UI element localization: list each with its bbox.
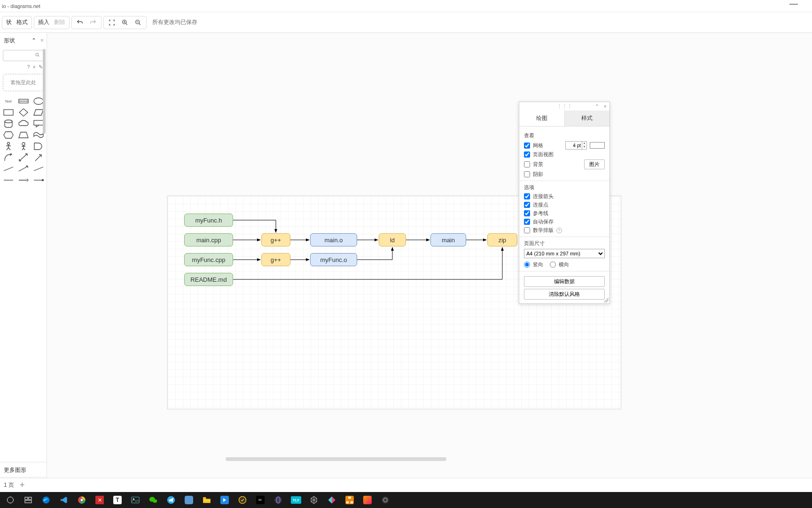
node-gpp-1[interactable]: g++	[261, 233, 290, 246]
search-input[interactable]	[6, 53, 34, 58]
help-icon[interactable]: ?	[556, 228, 562, 233]
shape-connector-1[interactable]	[2, 176, 15, 184]
taskbar-photos-icon[interactable]	[128, 493, 143, 507]
undo-button[interactable]	[76, 18, 84, 27]
add-icon[interactable]: +	[33, 64, 36, 70]
task-view-button[interactable]	[21, 493, 36, 507]
taskbar-app-4-icon[interactable]	[360, 493, 375, 507]
shape-hexagon[interactable]	[2, 131, 15, 139]
node-zip[interactable]: zip	[487, 233, 517, 246]
taskbar-opera-icon[interactable]	[271, 493, 286, 507]
background-checkbox[interactable]	[524, 161, 530, 167]
shape-rect[interactable]	[2, 108, 15, 117]
insert-button[interactable]: 插入	[38, 18, 49, 26]
format-button[interactable]: 格式	[16, 18, 28, 26]
close-icon[interactable]: ×	[604, 103, 607, 109]
redo-button[interactable]	[89, 18, 97, 27]
taskbar-telegram-icon[interactable]	[164, 493, 179, 507]
node-main-cpp[interactable]: main.cpp	[184, 233, 233, 246]
node-myfunc-o[interactable]: myFunc.o	[310, 253, 357, 266]
node-myfunc-h[interactable]: myFunc.h	[184, 214, 233, 227]
fit-screen-button[interactable]	[108, 18, 116, 27]
shape-text[interactable]: Text	[2, 97, 15, 105]
shadow-checkbox[interactable]	[524, 171, 530, 177]
taskbar-unity-icon[interactable]	[306, 493, 321, 507]
chevron-up-icon[interactable]: ⌃	[595, 103, 599, 110]
help-icon[interactable]: ?	[27, 64, 30, 70]
shape-connector-3[interactable]	[32, 176, 45, 184]
shape-line-arrow[interactable]	[17, 165, 30, 173]
pageview-checkbox[interactable]	[524, 151, 530, 158]
shape-double-arrow[interactable]	[17, 153, 30, 162]
shape-line-plain[interactable]	[32, 165, 45, 173]
tab-draw[interactable]: 绘图	[519, 111, 564, 126]
edit-icon[interactable]: ✎	[39, 64, 43, 70]
shape-trapezoid[interactable]	[17, 131, 30, 139]
conn-points-checkbox[interactable]	[524, 202, 530, 208]
taskbar-typora-icon[interactable]: T	[110, 493, 125, 507]
shape-person[interactable]	[17, 142, 30, 151]
format-panel-header[interactable]: ⋮⋮⋮ ⌃ ×	[519, 102, 609, 111]
taskbar-app-red-icon[interactable]: ✕	[92, 493, 107, 507]
shape-connector-2[interactable]	[17, 176, 30, 184]
resize-handle[interactable]	[604, 298, 609, 302]
taskbar-wechat-icon[interactable]	[146, 493, 161, 507]
shape-diamond[interactable]	[17, 108, 30, 117]
close-icon[interactable]: ×	[40, 37, 44, 44]
zoom-out-button[interactable]	[134, 18, 142, 27]
shape-attr-button[interactable]: 状	[6, 18, 12, 26]
shape-actor[interactable]	[2, 142, 15, 151]
conn-arrows-checkbox[interactable]	[524, 193, 530, 199]
landscape-radio[interactable]	[550, 262, 556, 268]
shape-line[interactable]	[2, 165, 15, 173]
search-icon[interactable]	[35, 52, 40, 59]
shape-search[interactable]	[3, 50, 44, 61]
taskbar-edge-icon[interactable]	[39, 493, 54, 507]
portrait-radio[interactable]	[524, 262, 530, 268]
guides-checkbox[interactable]	[524, 210, 530, 216]
page-tab-1[interactable]: 1 页	[4, 481, 14, 489]
image-button[interactable]: 图片	[584, 159, 605, 169]
sidebar-scrollbar[interactable]	[43, 49, 46, 134]
autosave-checkbox[interactable]	[524, 219, 530, 225]
shape-label[interactable]	[17, 97, 30, 105]
grid-checkbox[interactable]	[524, 143, 530, 149]
drop-target[interactable]: 素拖至此处	[3, 74, 44, 91]
taskbar-capcut-icon[interactable]: ✂	[253, 493, 268, 507]
reset-style-button[interactable]: 清除默认风格	[524, 289, 605, 300]
shape-and-gate[interactable]	[32, 142, 45, 151]
taskbar-tly-icon[interactable]: TLY	[289, 493, 304, 507]
taskbar-drawio-icon[interactable]	[342, 493, 357, 507]
shape-curve-arrow[interactable]	[2, 153, 15, 162]
format-panel[interactable]: ⋮⋮⋮ ⌃ × 绘图 样式 查看 网格 ▲▼	[519, 102, 610, 304]
taskbar-app-2-icon[interactable]	[217, 493, 232, 507]
taskbar-explorer-icon[interactable]	[199, 493, 214, 507]
grid-spinner[interactable]: ▲▼	[582, 141, 587, 150]
chevron-up-icon[interactable]: ⌃	[31, 37, 36, 44]
grid-color-swatch[interactable]	[590, 142, 605, 149]
add-page-button[interactable]: +	[20, 480, 25, 490]
node-main[interactable]: main	[430, 233, 466, 246]
shape-arrow-up[interactable]	[32, 153, 45, 162]
grip-icon[interactable]: ⋮⋮⋮	[557, 103, 572, 110]
canvas[interactable]: myFunc.h main.cpp myFunc.cpp README.md g…	[47, 33, 812, 492]
taskbar-chrome-icon[interactable]	[74, 493, 89, 507]
node-main-o[interactable]: main.o	[310, 233, 357, 246]
math-checkbox[interactable]	[524, 227, 530, 233]
taskbar-vscode-icon[interactable]	[56, 493, 71, 507]
zoom-in-button[interactable]	[121, 18, 129, 27]
node-readme[interactable]: README.md	[184, 273, 233, 286]
taskbar-obs-icon[interactable]	[378, 493, 393, 507]
shape-cloud[interactable]	[17, 119, 30, 128]
node-gpp-2[interactable]: g++	[261, 253, 290, 266]
more-shapes-link[interactable]: 更多图形	[0, 462, 47, 478]
pagesize-select[interactable]: A4 (210 mm x 297 mm)	[524, 249, 605, 258]
taskbar-todo-icon[interactable]	[235, 493, 250, 507]
horizontal-scrollbar[interactable]	[226, 457, 446, 461]
delete-button[interactable]: 删除	[54, 18, 65, 26]
node-myfunc-cpp[interactable]: myFunc.cpp	[184, 253, 233, 266]
edit-data-button[interactable]: 编辑数据	[524, 276, 605, 287]
node-ld[interactable]: ld	[379, 233, 406, 246]
minimize-icon[interactable]	[789, 4, 798, 5]
start-button[interactable]	[3, 493, 18, 507]
